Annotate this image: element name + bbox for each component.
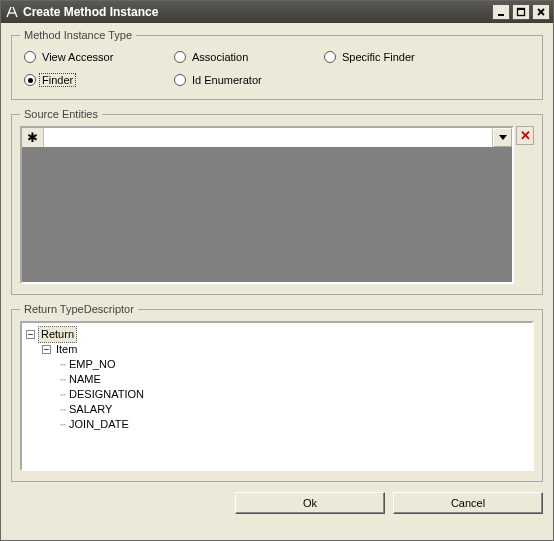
source-entities-legend: Source Entities — [20, 108, 102, 120]
source-entities-grid[interactable]: ✱ — [20, 126, 514, 284]
radio-view-accessor[interactable]: View Accessor — [24, 51, 174, 63]
return-type-tree[interactable]: − Return − Item ⋯EMP_NO⋯NAME⋯DESIGNATION… — [20, 321, 534, 471]
tree-leaf[interactable]: NAME — [67, 372, 103, 387]
radio-specific-finder[interactable]: Specific Finder — [324, 51, 474, 63]
dialog-content: Method Instance Type View AccessorAssoci… — [1, 23, 553, 524]
radio-icon — [24, 51, 36, 63]
tree-node-return[interactable]: Return — [38, 326, 77, 343]
cancel-button[interactable]: Cancel — [393, 492, 543, 514]
collapse-icon[interactable]: − — [26, 330, 35, 339]
tree-node-item[interactable]: Item — [54, 342, 79, 357]
radio-id-enumerator[interactable]: Id Enumerator — [174, 73, 324, 87]
source-entity-dropdown[interactable] — [493, 128, 512, 147]
return-type-legend: Return TypeDescriptor — [20, 303, 138, 315]
collapse-icon[interactable]: − — [42, 345, 51, 354]
source-entities-group: Source Entities ✱ ✕ — [11, 108, 543, 295]
ok-button[interactable]: Ok — [235, 492, 385, 514]
return-type-group: Return TypeDescriptor − Return − Item ⋯E… — [11, 303, 543, 482]
radio-label: View Accessor — [42, 51, 113, 63]
source-row-marker: ✱ — [22, 128, 44, 147]
tree-connector: ⋯ — [60, 372, 65, 387]
radio-label: Finder — [39, 73, 76, 87]
maximize-button[interactable] — [512, 4, 530, 20]
tree-leaf[interactable]: DESIGNATION — [67, 387, 146, 402]
tree-connector: ⋯ — [60, 387, 65, 402]
minimize-button[interactable] — [492, 4, 510, 20]
window-title: Create Method Instance — [23, 5, 492, 19]
tree-connector: ⋯ — [60, 402, 65, 417]
close-button[interactable] — [532, 4, 550, 20]
radio-label: Association — [192, 51, 248, 63]
radio-icon — [24, 74, 36, 86]
radio-icon — [174, 51, 186, 63]
radio-label: Specific Finder — [342, 51, 415, 63]
tree-leaf[interactable]: SALARY — [67, 402, 114, 417]
radio-finder[interactable]: Finder — [24, 73, 174, 87]
svg-marker-8 — [499, 135, 507, 140]
radio-icon — [324, 51, 336, 63]
source-entity-field[interactable] — [44, 128, 493, 147]
method-instance-type-group: Method Instance Type View AccessorAssoci… — [11, 29, 543, 100]
tree-connector: ⋯ — [60, 357, 65, 372]
svg-line-1 — [13, 7, 17, 17]
tree-leaf[interactable]: JOIN_DATE — [67, 417, 131, 432]
tree-connector: ⋯ — [60, 417, 65, 432]
method-instance-type-legend: Method Instance Type — [20, 29, 136, 41]
radio-association[interactable]: Association — [174, 51, 324, 63]
tree-leaf[interactable]: EMP_NO — [67, 357, 117, 372]
titlebar: Create Method Instance — [1, 1, 553, 23]
svg-line-0 — [7, 7, 11, 17]
radio-label: Id Enumerator — [192, 74, 262, 86]
radio-icon — [174, 74, 186, 86]
source-entity-delete-button[interactable]: ✕ — [516, 126, 534, 145]
window-icon — [5, 5, 19, 19]
